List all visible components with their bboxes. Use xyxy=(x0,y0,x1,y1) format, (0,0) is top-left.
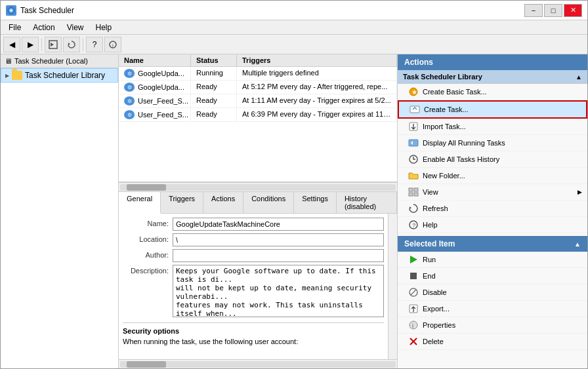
minimize-button[interactable]: − xyxy=(524,4,543,17)
close-button[interactable]: ✕ xyxy=(564,4,582,17)
tab-history[interactable]: History (disabled) xyxy=(337,192,397,213)
action-help-label: Help xyxy=(423,221,438,229)
action-view-label: View xyxy=(423,188,438,196)
properties-icon: i xyxy=(408,320,419,330)
left-panel: 🖥 Task Scheduler (Local) ▶ Task Schedule… xyxy=(1,54,119,368)
action-disable[interactable]: Disable xyxy=(398,284,587,301)
title-bar: Task Scheduler − □ ✕ xyxy=(1,1,587,20)
action-properties[interactable]: i Properties xyxy=(398,317,587,334)
svg-text:i: i xyxy=(112,43,114,49)
svg-marker-15 xyxy=(410,206,411,209)
display-running-icon xyxy=(408,138,419,148)
menu-action[interactable]: Action xyxy=(28,22,60,33)
menu-file[interactable]: File xyxy=(3,22,26,33)
back-button[interactable]: ◀ xyxy=(3,37,20,52)
about-button[interactable]: i xyxy=(104,37,121,52)
action-view[interactable]: View ▶ xyxy=(398,184,587,201)
task-list-scrollbar[interactable] xyxy=(119,182,397,191)
action-export-label: Export... xyxy=(423,305,450,313)
action-enable-history[interactable]: Enable All Tasks History xyxy=(398,151,587,168)
actions-section-header: Task Scheduler Library ▲ xyxy=(398,70,587,84)
menu-view[interactable]: View xyxy=(62,22,89,33)
task-row-0[interactable]: ⚙ GoogleUpda... Running Multiple trigger… xyxy=(119,67,397,81)
detail-scrollbar-thumb xyxy=(127,361,166,368)
tree-item-label: Task Scheduler Library xyxy=(25,71,105,80)
forward-button[interactable]: ▶ xyxy=(22,37,39,52)
window-title: Task Scheduler xyxy=(20,6,520,15)
svg-rect-11 xyxy=(409,188,413,191)
location-input[interactable] xyxy=(173,233,384,246)
tabs: General Triggers Actions Conditions Sett… xyxy=(119,192,397,214)
tab-settings[interactable]: Settings xyxy=(294,192,337,213)
action-refresh-label: Refresh xyxy=(423,204,448,212)
svg-line-21 xyxy=(411,290,416,295)
task-row-1[interactable]: ⚙ GoogleUpda... Ready At 5:12 PM every d… xyxy=(119,81,397,94)
form-row-name: Name: xyxy=(123,218,384,231)
task-name-0: ⚙ GoogleUpda... xyxy=(119,67,191,80)
action-run-label: Run xyxy=(423,256,436,263)
action-create-task[interactable]: Create Task... xyxy=(398,100,587,119)
action-create-basic-task[interactable]: ★ Create Basic Task... xyxy=(398,84,587,100)
disable-icon xyxy=(408,287,419,298)
task-icon-3: ⚙ xyxy=(124,110,135,119)
svg-marker-18 xyxy=(410,256,417,263)
tree-header-label: Task Scheduler (Local) xyxy=(14,57,88,65)
actions-panel-header: Actions xyxy=(398,54,587,70)
task-row-2[interactable]: ⚙ User_Feed_S... Ready At 1:11 AM every … xyxy=(119,94,397,108)
task-name-2: ⚙ User_Feed_S... xyxy=(119,94,191,107)
task-icon-0: ⚙ xyxy=(124,69,135,78)
task-list: Name Status Triggers ⚙ GoogleUpda... Run… xyxy=(119,54,397,182)
form-row-description: Description: Keeps your Google software … xyxy=(123,265,384,317)
app-icon xyxy=(6,5,16,16)
action-disable-label: Disable xyxy=(423,288,447,296)
tab-triggers[interactable]: Triggers xyxy=(161,192,203,213)
menu-help[interactable]: Help xyxy=(91,22,117,33)
right-panel: Actions Task Scheduler Library ▲ ★ Creat… xyxy=(397,54,587,368)
detail-content: Name: Location: Author: Description xyxy=(119,214,388,359)
tab-conditions[interactable]: Conditions xyxy=(243,192,294,213)
refresh-button[interactable] xyxy=(63,37,80,52)
view-submenu-arrow: ▶ xyxy=(578,189,582,195)
action-display-running[interactable]: Display All Running Tasks xyxy=(398,135,587,151)
detail-scrollbar[interactable] xyxy=(388,214,397,359)
tree-header-icon: 🖥 xyxy=(5,57,12,65)
action-run[interactable]: Run xyxy=(398,252,587,268)
name-input[interactable] xyxy=(173,218,384,231)
svg-rect-14 xyxy=(414,193,418,196)
description-textarea[interactable]: Keeps your Google software up to date. I… xyxy=(173,265,384,317)
actions-section-chevron: ▲ xyxy=(576,73,582,81)
detail-scrollbar-track xyxy=(120,361,396,368)
maximize-button[interactable]: □ xyxy=(544,4,562,17)
svg-text:?: ? xyxy=(412,222,415,229)
task-status-1: Ready xyxy=(191,81,237,94)
action-import-task[interactable]: Import Task... xyxy=(398,119,587,135)
show-hide-console-button[interactable] xyxy=(45,37,62,52)
toolbar-separator-2 xyxy=(83,38,83,51)
col-header-name: Name xyxy=(119,54,191,66)
task-triggers-3: At 6:39 PM every day - Trigger expires a… xyxy=(237,108,397,121)
detail-bottom-scrollbar[interactable] xyxy=(119,359,397,368)
task-name-3: ⚙ User_Feed_S... xyxy=(119,108,191,121)
action-delete[interactable]: Delete xyxy=(398,334,587,350)
create-basic-task-icon: ★ xyxy=(408,87,419,97)
security-desc: When running the task, use the following… xyxy=(123,338,384,345)
help-button[interactable]: ? xyxy=(86,37,103,52)
task-triggers-0: Multiple triggers defined xyxy=(237,67,397,80)
action-new-folder[interactable]: New Folder... xyxy=(398,168,587,184)
action-create-task-label: Create Task... xyxy=(424,106,469,113)
actions-header-label: Actions xyxy=(404,58,433,67)
delete-icon xyxy=(408,336,419,347)
tab-actions[interactable]: Actions xyxy=(203,192,243,213)
action-export[interactable]: Export... xyxy=(398,301,587,317)
task-list-header: Name Status Triggers xyxy=(119,54,397,67)
help-icon: ? xyxy=(408,220,419,230)
action-end[interactable]: End xyxy=(398,268,587,284)
enable-history-icon xyxy=(408,154,419,165)
folder-icon xyxy=(12,71,22,80)
tab-general[interactable]: General xyxy=(119,192,161,214)
action-help[interactable]: ? Help xyxy=(398,217,587,233)
author-input[interactable] xyxy=(173,249,384,262)
tree-item-library[interactable]: ▶ Task Scheduler Library xyxy=(1,68,118,83)
action-refresh[interactable]: Refresh xyxy=(398,201,587,217)
task-row-3[interactable]: ⚙ User_Feed_S... Ready At 6:39 PM every … xyxy=(119,108,397,122)
